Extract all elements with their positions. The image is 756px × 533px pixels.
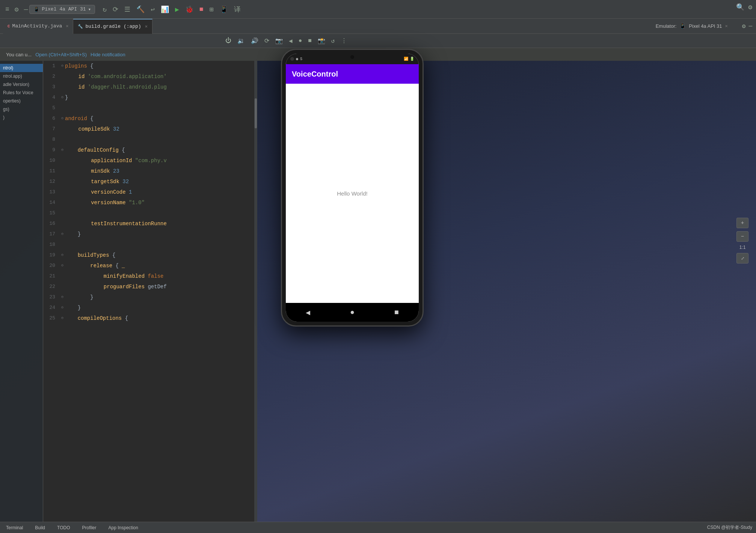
emulator-close-icon[interactable]: ✕ — [725, 23, 728, 29]
sidebar-item-1[interactable]: ntrol.app) — [0, 72, 43, 80]
fold-17[interactable]: ⊖ — [61, 229, 63, 239]
run-icon[interactable]: ▶ — [174, 5, 181, 14]
location-icon[interactable]: ◀ — [289, 37, 293, 45]
sidebar-item-3[interactable]: Rules for Voice — [0, 89, 43, 97]
back-btn[interactable]: ◀ — [306, 308, 310, 317]
signal-icon: 📶 — [404, 57, 408, 61]
menu-icon[interactable]: ≡ — [4, 5, 11, 14]
code-line-6: 6 ⊖ android { — [43, 113, 257, 124]
refresh-icon[interactable]: ↺ — [331, 37, 335, 45]
phone-nav-bar: ◀ ● ■ — [286, 303, 419, 322]
zoom-in-button[interactable]: + — [736, 218, 748, 228]
editor-scrollbar[interactable] — [254, 61, 257, 532]
minimize-icon[interactable]: — — [23, 5, 30, 14]
tab-buildgradle[interactable]: 🔧 build.gradle (:app) ✕ — [73, 19, 152, 34]
home-btn[interactable]: ● — [350, 308, 355, 317]
zoom-out-button[interactable]: − — [736, 231, 748, 242]
code-editor[interactable]: 1 ⊖ plugins { 2 id 'com.android.applicat… — [43, 61, 257, 532]
volume-down-icon[interactable]: 🔉 — [237, 37, 245, 45]
profiler-tab[interactable]: Profiler — [80, 524, 99, 531]
more-icon[interactable]: ⋮ — [341, 37, 347, 45]
zoom-controls: + − 1:1 ⤢ — [736, 218, 748, 263]
tab-mainactivity-label: MainActivity.java — [12, 23, 62, 29]
java-icon: C — [8, 24, 10, 29]
gradle-icon: 🔧 — [78, 24, 83, 29]
code-line-24: 24 ⊖ } — [43, 303, 257, 313]
emulator-phone-icon: 📱 — [679, 23, 686, 29]
app-inspection-tab[interactable]: App Inspection — [106, 524, 140, 531]
hide-notification-link[interactable]: Hide notification — [91, 52, 125, 57]
fold-23[interactable]: ⊖ — [61, 292, 63, 303]
tab-buildgradle-label: build.gradle (:app) — [85, 24, 141, 29]
sidebar-item-4[interactable]: operties) — [0, 97, 43, 105]
device-label: Pixel 4a API 31 — [42, 6, 86, 12]
debug-icon[interactable]: 🐞 — [184, 5, 195, 14]
sidebar-item-6[interactable]: ) — [0, 113, 43, 122]
settings-icon[interactable]: ⚙ — [13, 5, 20, 14]
phone-icon[interactable]: 📱 — [218, 5, 229, 14]
tab-mainactivity-close[interactable]: ✕ — [66, 23, 68, 29]
code-line-18: 18 — [43, 239, 257, 250]
sidebar-item-2[interactable]: adle Version) — [0, 80, 43, 89]
sidebar-item-0[interactable]: ntrol) — [0, 64, 43, 72]
volume-up-icon[interactable]: 🔊 — [251, 37, 258, 45]
code-area: 1 ⊖ plugins { 2 id 'com.android.applicat… — [43, 61, 257, 324]
search-top-icon[interactable]: 🔍 — [736, 3, 744, 11]
code-line-8: 8 — [43, 134, 257, 145]
code-line-1: 1 ⊖ plugins { — [43, 61, 257, 71]
rotate-icon[interactable]: ⟳ — [264, 37, 269, 45]
fold-25[interactable]: ⊖ — [61, 313, 63, 324]
emulator-more-icon[interactable]: — — [748, 23, 752, 30]
fold-6[interactable]: ⊖ — [61, 113, 63, 124]
emulator-settings-icon[interactable]: ⚙ — [742, 23, 746, 30]
terminal-tab[interactable]: Terminal — [4, 524, 25, 531]
device-icon: 📱 — [33, 6, 39, 12]
tab-mainactivity[interactable]: C MainActivity.java ✕ — [3, 19, 73, 34]
sidebar-item-5[interactable]: gs) — [0, 105, 43, 113]
camera-icon[interactable]: 📸 — [318, 37, 325, 45]
code-line-9: 9 ⊖ defaultConfig { — [43, 145, 257, 155]
code-line-15: 15 — [43, 208, 257, 218]
build-tab[interactable]: Build — [33, 524, 47, 531]
home-nav-icon[interactable]: ■ — [308, 38, 312, 44]
gear-top-icon[interactable]: ⚙ — [748, 3, 752, 11]
sync2-icon[interactable]: ⟳ — [111, 5, 120, 14]
translate-icon[interactable]: 译 — [232, 4, 242, 15]
fold-1[interactable]: ⊖ — [61, 61, 63, 71]
recent-btn[interactable]: ■ — [394, 308, 399, 317]
phone-screen: ◉ S 📶 🔋 VoiceControl Hello World! ◀ ● — [286, 54, 419, 322]
code-line-22: 22 proguardFiles getDef — [43, 282, 257, 292]
fold-9[interactable]: ⊖ — [61, 145, 63, 155]
stop-icon[interactable]: ■ — [198, 5, 205, 14]
scrollbar-thumb — [255, 98, 257, 128]
battery-icon: 🔋 — [410, 57, 414, 61]
fold-19[interactable]: ⊖ — [61, 250, 63, 260]
phone-app-title: VoiceControl — [292, 70, 338, 78]
undo-icon[interactable]: ↩ — [149, 5, 156, 14]
fit-screen-button[interactable]: ⤢ — [736, 253, 748, 263]
fold-4[interactable]: ⊖ — [61, 92, 63, 103]
back-nav-icon[interactable]: ● — [299, 38, 302, 44]
emulator-panel: ◉ S 📶 🔋 VoiceControl Hello World! ◀ ● — [281, 49, 431, 334]
code-line-11: 11 minSdk 23 — [43, 166, 257, 176]
code-line-23: 23 ⊖ } — [43, 292, 257, 303]
screenshot-icon[interactable]: 📷 — [275, 37, 283, 45]
device-selector[interactable]: 📱 Pixel 4a API 31 ▾ — [29, 5, 95, 14]
code-line-16: 16 testInstrumentationRunne — [43, 218, 257, 229]
open-settings-link[interactable]: Open (Ctrl+Alt+Shift+S) — [35, 52, 87, 57]
fold-20[interactable]: ⊖ — [61, 260, 63, 271]
build-icon[interactable]: 🔨 — [135, 5, 146, 14]
perf-icon[interactable]: 📊 — [159, 5, 171, 14]
fold-24[interactable]: ⊖ — [61, 303, 63, 313]
power-icon[interactable]: ⏻ — [225, 37, 231, 44]
phone-content: Hello World! — [286, 84, 419, 303]
sync-icon[interactable]: ↻ — [101, 5, 108, 14]
emulator-controls-bar: ⏻ 🔉 🔊 ⟳ 📷 ◀ ● ■ 📸 ↺ ⋮ — [0, 34, 756, 48]
status-right: 📶 🔋 — [404, 57, 414, 61]
layout-icon[interactable]: ⊞ — [208, 5, 215, 14]
todo-tab[interactable]: TODO — [55, 524, 72, 531]
list-icon[interactable]: ☰ — [123, 5, 132, 14]
code-line-10: 10 applicationId "com.phy.v — [43, 155, 257, 166]
emulator-device-label: Pixel 4a API 31 — [689, 23, 722, 29]
tab-buildgradle-close[interactable]: ✕ — [145, 24, 148, 29]
